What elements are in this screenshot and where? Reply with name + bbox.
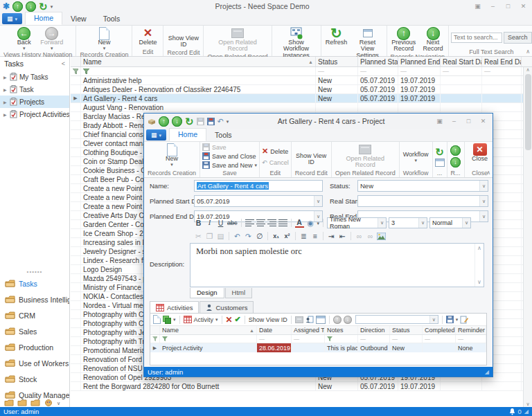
dialog-minimize-button[interactable]: – — [448, 117, 460, 126]
app-menu-button[interactable]: ▦▾ — [2, 13, 22, 24]
font-color-button[interactable]: A — [295, 218, 304, 228]
open-window-icon[interactable] — [316, 316, 326, 324]
column-direction[interactable]: Direction — [358, 326, 390, 334]
dialog-tab-home[interactable]: Home — [169, 128, 206, 141]
filter-operator-icon[interactable]: — — [360, 68, 366, 75]
qat-dropdown-icon[interactable]: ▾ — [51, 4, 53, 9]
chevron-down-icon[interactable]: ∨ — [479, 196, 488, 206]
align-left-button[interactable] — [245, 218, 254, 228]
undo-icon[interactable]: ↶ — [233, 231, 242, 241]
sidebar-section-item[interactable]: Production — [0, 339, 69, 355]
column-status[interactable]: Status — [390, 326, 423, 334]
column-date[interactable]: Date — [257, 326, 292, 334]
show-view-id-button[interactable]: Show View ID — [166, 26, 201, 49]
save-and-close-icon[interactable] — [207, 118, 215, 125]
column-name[interactable]: Name▲ — [81, 57, 316, 66]
open-related-record-button[interactable]: Open Related Record — [213, 26, 263, 53]
tab-activities[interactable]: Activities — [150, 301, 199, 313]
delete-button[interactable]: ✕Delete — [134, 26, 161, 46]
next-record-icon[interactable]: ↓ — [172, 116, 182, 127]
activities-filter-row[interactable]: — — — — — — — [150, 335, 486, 343]
description-editor[interactable]: Morbi non sapien molestie orc ∧∨ — [190, 243, 484, 287]
status-combo[interactable]: New∨ — [357, 180, 488, 192]
filter-operator-icon[interactable]: — — [443, 68, 449, 75]
reset-view-settings-button[interactable]: Reset View Settings — [351, 26, 384, 60]
cut-icon[interactable]: ✂ — [194, 231, 203, 241]
tab-html[interactable]: Html — [225, 288, 253, 298]
font-family-combo[interactable]: Times New Roman∨ — [327, 217, 387, 228]
font-size-combo[interactable]: 3∨ — [389, 217, 427, 228]
sidebar-section-item[interactable]: Use of Workers — [0, 355, 69, 371]
new-button[interactable]: New▾ — [159, 143, 185, 168]
align-right-button[interactable] — [267, 218, 276, 228]
align-justify-button[interactable] — [278, 218, 287, 228]
filter-operator-icon[interactable]: — — [392, 336, 398, 342]
real-start-field[interactable]: ∨ — [357, 195, 488, 207]
planned-start-field[interactable]: 05.07.2019∨ — [194, 195, 323, 207]
tab-tools[interactable]: Tools — [95, 13, 129, 25]
chevron-down-icon[interactable]: ∨ — [57, 401, 60, 406]
table-row[interactable]: Administrative help New 05.07.2019 19.07… — [71, 76, 532, 85]
sidebar-section-item[interactable]: Business Intelligence — [0, 291, 69, 307]
search-button[interactable]: Search — [504, 32, 532, 44]
close-record-button[interactable]: ✕Close — [467, 143, 493, 163]
new-button[interactable]: New▾ — [91, 26, 117, 51]
table-row[interactable]: Rent the Borgward 2824280 for Otto Burne… — [71, 382, 532, 391]
activities-filter-combo[interactable]: ∨ — [355, 315, 438, 324]
filter-operator-icon[interactable]: — — [360, 336, 366, 342]
previous-record-button[interactable]: ↑Previous Record — [389, 26, 419, 53]
unlink-icon[interactable]: ∞ — [366, 231, 375, 241]
next-record-icon[interactable]: ↓ — [26, 1, 36, 12]
sidebar-splitter[interactable]: •••••• — [0, 269, 69, 275]
tab-design[interactable]: Design — [190, 288, 224, 298]
ribbon-collapse-icon[interactable]: ∧ — [526, 48, 530, 55]
redo-icon[interactable]: ↷ — [244, 231, 253, 241]
numbered-list-button[interactable]: ≣ — [299, 231, 308, 241]
tree-expand-icon[interactable]: ▶ — [3, 112, 8, 117]
bullet-list-button[interactable]: ≡ — [310, 231, 319, 241]
align-center-button[interactable] — [256, 218, 265, 228]
sidebar-tree-item[interactable]: ▶ Project Activities — [0, 108, 69, 120]
folder-shortcut-icon[interactable] — [30, 399, 40, 406]
close-button[interactable]: ✕ — [517, 2, 529, 11]
chevron-down-icon[interactable]: ▾ — [215, 317, 218, 322]
resize-grip[interactable]: ◢ — [524, 408, 529, 415]
column-real-end[interactable]: Real End Date — [482, 57, 522, 66]
maximize-button[interactable]: □ — [502, 2, 514, 11]
search-input[interactable] — [451, 33, 502, 43]
paste-icon[interactable]: ▤ — [216, 231, 225, 241]
copy-icon[interactable]: ❐ — [205, 231, 214, 241]
outdent-button[interactable]: ⇤ — [338, 231, 347, 241]
palette-icon[interactable] — [44, 399, 53, 406]
grid-filter-row[interactable]: — — — — — — [71, 67, 532, 76]
filter-operator-icon[interactable]: — — [484, 68, 490, 75]
bell-icon[interactable] — [509, 408, 515, 415]
table-row[interactable]: ▶ Project Activity 28.06.2019 This is pl… — [150, 343, 486, 352]
underline-button[interactable]: U — [216, 218, 225, 228]
dialog-close-button[interactable]: ✕ — [477, 117, 489, 126]
table-row[interactable]: August Vang - Renovation — [71, 103, 532, 112]
related-record-icon[interactable] — [295, 316, 303, 323]
link-icon[interactable]: ∞ — [355, 231, 364, 241]
tree-expand-icon[interactable]: ▶ — [3, 100, 8, 105]
tree-expand-icon[interactable]: ▶ — [3, 75, 8, 80]
save-and-close-button[interactable]: Save and Close — [202, 152, 256, 161]
chevron-down-icon[interactable]: ▾ — [173, 317, 176, 322]
qat-dropdown-icon[interactable]: ▾ — [227, 119, 229, 124]
folder-shortcut-icon[interactable] — [4, 399, 14, 406]
table-row[interactable]: Antiques Dealer - Renovation of Classike… — [71, 85, 532, 94]
save-button[interactable]: Save — [202, 143, 227, 152]
column-real-start[interactable]: Real Start Date — [441, 57, 482, 66]
resize-grip[interactable]: ◢ — [485, 369, 489, 375]
indent-button[interactable]: ⇥ — [327, 231, 336, 241]
cancel-button[interactable]: ↶Cancel — [262, 158, 289, 167]
minimize-button[interactable]: – — [487, 2, 499, 11]
edit-page-icon[interactable] — [460, 316, 468, 324]
chevron-down-icon[interactable]: ∨ — [479, 181, 488, 191]
next-record-button[interactable]: ↓Next Record — [420, 26, 446, 53]
column-status[interactable]: Status — [316, 57, 358, 66]
scroll-down-icon[interactable]: ∨ — [526, 401, 529, 407]
show-view-id-button[interactable]: Show View ID — [249, 316, 287, 323]
column-assigned-to[interactable]: Assigned To — [292, 326, 325, 334]
next-record-icon[interactable]: ↓ — [450, 157, 461, 168]
